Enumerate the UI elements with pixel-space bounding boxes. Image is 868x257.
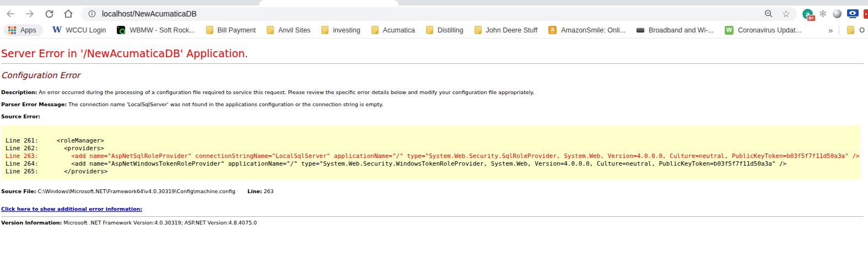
page-subtitle: Configuration Error bbox=[1, 70, 864, 80]
source-file-label: Source File: bbox=[1, 188, 36, 194]
folder-icon bbox=[847, 26, 854, 34]
browser-toolbar: localhost/NewAcumaticaDB ☆ 9+ bbox=[0, 6, 868, 22]
description-text: An error occurred during the processing … bbox=[39, 89, 534, 95]
bookmarks-right: » O bbox=[827, 24, 865, 36]
additional-error-info-link[interactable]: Click here to show additional error info… bbox=[1, 206, 142, 212]
forward-icon bbox=[24, 8, 35, 19]
source-file-path: C:\Windows\Microsoft.NET\Framework64\v4.… bbox=[37, 188, 235, 194]
reload-button[interactable] bbox=[42, 7, 56, 21]
bookmark-label: John Deere Stuff bbox=[486, 26, 538, 34]
wbmw-icon bbox=[117, 26, 125, 34]
url-text[interactable]: localhost/NewAcumaticaDB bbox=[102, 9, 764, 18]
wccu-icon bbox=[53, 26, 62, 35]
bookmark-item[interactable]: investing bbox=[316, 24, 365, 36]
broadband-icon bbox=[637, 28, 644, 32]
bookmarks-bar: Apps WCCU Login WBMW - Soft Rock... Bill… bbox=[0, 22, 868, 39]
omnibox-right-icons: ☆ bbox=[764, 9, 791, 19]
folder-icon bbox=[426, 26, 433, 34]
divider bbox=[1, 63, 864, 64]
bookmark-item[interactable]: Bill Payment bbox=[201, 24, 261, 36]
bookmark-label: Anvil Sites bbox=[278, 26, 310, 34]
extension-badge: 9+ bbox=[807, 15, 816, 21]
bookmark-item[interactable]: John Deere Stuff bbox=[469, 24, 543, 36]
coronavirus-icon bbox=[725, 26, 734, 35]
bookmark-label: Distilling bbox=[438, 26, 463, 34]
source-code-text: Line 265: </providers> bbox=[6, 168, 107, 175]
bookmark-label: O bbox=[859, 26, 865, 34]
parser-error-line: Parser Error Message:The connection name… bbox=[1, 101, 864, 108]
bookmark-item[interactable]: WCCU Login bbox=[47, 24, 112, 37]
line-number-label: Line: bbox=[247, 188, 262, 194]
parser-error-label: Parser Error Message: bbox=[1, 101, 67, 107]
reload-icon bbox=[44, 9, 55, 19]
bookmark-label: WBMW - Soft Rock... bbox=[130, 26, 195, 34]
description-label: Description: bbox=[1, 89, 37, 95]
bookmark-star-icon[interactable]: ☆ bbox=[782, 9, 790, 19]
source-code-text: Line 262: <providers> bbox=[6, 145, 104, 152]
back-icon bbox=[5, 8, 16, 19]
bookmark-label: Coronavirus Updat... bbox=[738, 26, 801, 34]
bookmark-label: AmazonSmile: Onli... bbox=[561, 26, 626, 34]
apps-button[interactable]: Apps bbox=[3, 24, 43, 36]
sphere-extension-icon[interactable] bbox=[833, 9, 842, 18]
bookmark-list: WCCU Login WBMW - Soft Rock... Bill Paym… bbox=[47, 24, 827, 37]
bookmark-label: Acumatica bbox=[383, 26, 415, 34]
folder-icon bbox=[321, 26, 328, 34]
folder-icon bbox=[267, 26, 274, 34]
eye-glyph bbox=[847, 9, 859, 17]
amazon-assistant-extension-icon[interactable]: 9+ bbox=[802, 9, 813, 19]
source-code-line: Line 262: <providers> bbox=[6, 145, 858, 152]
bookmark-item[interactable]: Distilling bbox=[420, 24, 469, 36]
back-button[interactable] bbox=[3, 7, 18, 21]
home-icon bbox=[63, 8, 74, 19]
divider bbox=[1, 216, 864, 217]
eye-pupil bbox=[849, 11, 856, 15]
folder-icon bbox=[206, 26, 213, 34]
source-error-code-box: Line 261: <roleManager> Line 262: <provi… bbox=[1, 125, 860, 179]
pinwheel-extension-icon[interactable] bbox=[818, 9, 828, 19]
source-error-label: Source Error: bbox=[1, 113, 40, 119]
bookmark-label: Bill Payment bbox=[218, 26, 256, 34]
bookmark-label: investing bbox=[333, 26, 360, 34]
page-info-icon[interactable] bbox=[88, 9, 96, 18]
extensions-area: 9+ bbox=[802, 9, 868, 19]
folder-icon bbox=[371, 26, 379, 34]
version-info-label: Version Information: bbox=[1, 220, 62, 226]
source-code-line: Line 264: <add name="AspNetWindowsTokenR… bbox=[6, 160, 858, 168]
source-file-line: Source File:C:\Windows\Microsoft.NET\Fra… bbox=[1, 188, 864, 195]
bookmark-item-partial[interactable]: O bbox=[845, 24, 865, 36]
bookmark-label: WCCU Login bbox=[66, 26, 106, 34]
source-code-text: Line 261: <roleManager> bbox=[6, 137, 104, 144]
forward-button[interactable] bbox=[23, 7, 37, 21]
source-code-line: Line 261: <roleManager> bbox=[6, 137, 858, 145]
red-partial-extension-icon[interactable] bbox=[864, 9, 868, 19]
bookmarks-overflow-chevron[interactable]: » bbox=[827, 25, 833, 35]
version-info-text: Microsoft .NET Framework Version:4.0.303… bbox=[63, 220, 257, 226]
tab-strip bbox=[0, 0, 868, 6]
zoom-out-icon[interactable] bbox=[764, 9, 774, 19]
home-button[interactable] bbox=[61, 7, 76, 21]
description-line: Description:An error occurred during the… bbox=[1, 89, 864, 96]
eye-extension-icon[interactable] bbox=[847, 9, 859, 19]
apps-label: Apps bbox=[20, 26, 36, 34]
source-code-line bbox=[6, 129, 858, 137]
source-code-line: Line 263: <add name="AspNetSqlRoleProvid… bbox=[6, 152, 858, 160]
active-tab[interactable] bbox=[259, 0, 398, 6]
bookmark-item[interactable]: Anvil Sites bbox=[261, 24, 316, 36]
bookmark-item[interactable]: Broadband and Wi-... bbox=[631, 24, 719, 36]
eye-underline bbox=[849, 17, 856, 18]
address-bar[interactable]: localhost/NewAcumaticaDB ☆ bbox=[81, 7, 797, 21]
folder-icon bbox=[475, 26, 482, 34]
bookmark-item[interactable]: WBMW - Soft Rock... bbox=[111, 24, 200, 36]
apps-grid-icon bbox=[8, 26, 16, 34]
bookmark-item[interactable]: AmazonSmile: Onli... bbox=[543, 24, 631, 36]
source-code-text: Line 264: <add name="AspNetWindowsTokenR… bbox=[6, 160, 786, 167]
nav-icons bbox=[3, 7, 76, 21]
bookmark-item[interactable]: Acumatica bbox=[366, 24, 420, 36]
bookmark-item[interactable]: Coronavirus Updat... bbox=[719, 24, 807, 37]
bookmarks-divider bbox=[839, 25, 839, 35]
line-number-value: 263 bbox=[263, 188, 273, 194]
version-info-line: Version Information:Microsoft .NET Frame… bbox=[1, 220, 864, 226]
source-error-line: Source Error: bbox=[1, 113, 864, 120]
source-code-line: Line 265: </providers> bbox=[6, 168, 858, 176]
